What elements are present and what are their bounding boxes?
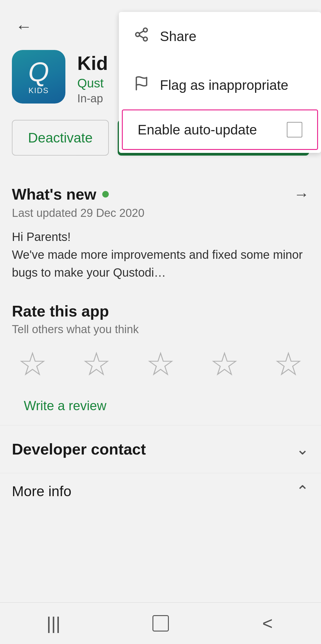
dropdown-autoupdate-item[interactable]: Enable auto-update: [122, 109, 318, 150]
svg-line-4: [139, 31, 144, 34]
dropdown-share-item[interactable]: Share: [119, 12, 321, 61]
autoupdate-label: Enable auto-update: [138, 122, 276, 138]
flag-icon: [134, 76, 149, 95]
svg-line-3: [139, 35, 144, 38]
autoupdate-checkbox[interactable]: [287, 122, 302, 137]
share-label: Share: [160, 28, 196, 44]
dropdown-flag-item[interactable]: Flag as inappropriate: [119, 61, 321, 109]
share-icon: [134, 27, 149, 46]
dropdown-overlay[interactable]: Share Flag as inappropriate Enable auto-…: [0, 0, 321, 644]
dropdown-menu: Share Flag as inappropriate Enable auto-…: [119, 12, 321, 153]
flag-label: Flag as inappropriate: [160, 77, 288, 93]
